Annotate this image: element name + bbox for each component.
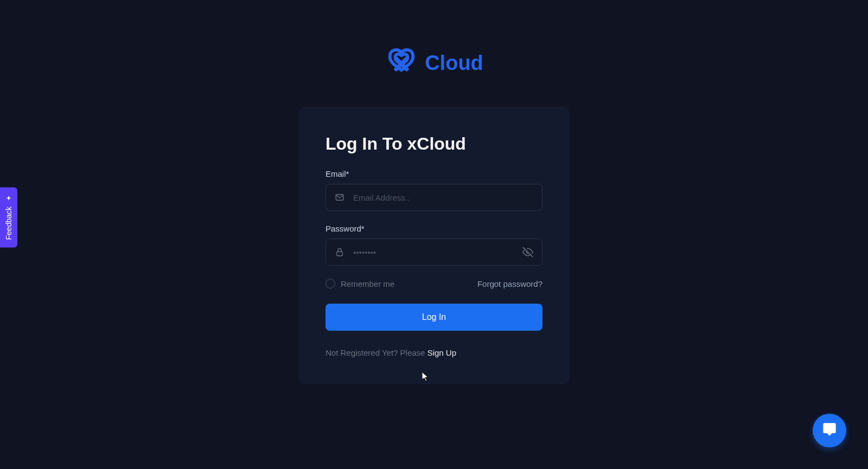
brand-logo-icon (385, 46, 418, 80)
email-input-wrapper[interactable] (326, 184, 542, 211)
feedback-label: Feedback (4, 207, 13, 240)
password-input[interactable] (353, 248, 522, 257)
lock-icon (335, 247, 344, 257)
signup-prefix: Not Registered Yet? Please (326, 348, 427, 357)
feedback-tab[interactable]: Feedback (0, 187, 17, 247)
remember-checkbox[interactable] (326, 279, 335, 288)
chat-icon (822, 422, 837, 439)
login-card: Log In To xCloud Email* Password* (298, 107, 570, 384)
email-input[interactable] (353, 193, 533, 202)
login-button[interactable]: Log In (326, 304, 542, 331)
brand-logo: Cloud (385, 46, 483, 80)
remember-label: Remember me (341, 279, 394, 288)
signup-link[interactable]: Sign Up (427, 348, 456, 357)
password-label: Password* (326, 224, 542, 233)
email-label: Email* (326, 169, 542, 178)
forgot-password-link[interactable]: Forgot password? (477, 279, 542, 288)
brand-logo-text: Cloud (425, 52, 483, 75)
sparkle-icon (4, 195, 13, 202)
eye-off-icon[interactable] (522, 247, 533, 258)
svg-rect-1 (337, 252, 343, 256)
password-input-wrapper[interactable] (326, 239, 542, 266)
page-title: Log In To xCloud (326, 134, 542, 154)
chat-button[interactable] (813, 414, 846, 447)
envelope-icon (335, 192, 344, 202)
signup-prompt: Not Registered Yet? Please Sign Up (326, 348, 542, 357)
